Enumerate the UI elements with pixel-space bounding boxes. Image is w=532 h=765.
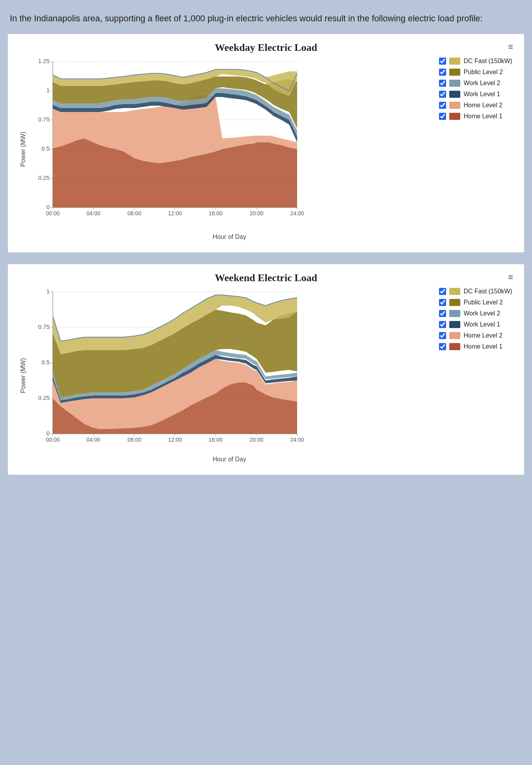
svg-text:0.75: 0.75	[38, 116, 50, 123]
legend-color-home-l1	[449, 113, 460, 120]
svg-text:12:00: 12:00	[168, 437, 182, 443]
weekend-legend-checkbox-home-l1[interactable]	[439, 343, 446, 350]
svg-text:0.5: 0.5	[41, 145, 50, 152]
svg-text:1: 1	[47, 288, 50, 295]
legend-label-home-l1: Home Level 1	[463, 113, 502, 120]
svg-text:00:00: 00:00	[46, 210, 60, 216]
legend-item-dc-fast: DC Fast (150kW)	[439, 58, 512, 65]
svg-text:1.25: 1.25	[38, 58, 50, 64]
weekend-legend-checkbox-work-l1[interactable]	[439, 321, 446, 328]
weekend-legend-checkbox-public-l2[interactable]	[439, 299, 446, 306]
weekend-legend: DC Fast (150kW) Public Level 2 Work Leve…	[439, 288, 512, 350]
weekend-legend-checkbox-dc-fast[interactable]	[439, 288, 446, 295]
legend-label-public-l2: Public Level 2	[463, 69, 503, 76]
svg-text:0: 0	[47, 203, 50, 210]
weekend-chart-container: Weekend Electric Load ≡ Power (MW) 0 0.2…	[8, 264, 524, 475]
weekday-legend: DC Fast (150kW) Public Level 2 Work Leve…	[439, 58, 512, 120]
intro-text: In the Indianapolis area, supporting a f…	[8, 8, 524, 27]
svg-text:16:00: 16:00	[208, 437, 222, 443]
svg-text:0.5: 0.5	[41, 359, 50, 366]
weekend-legend-item-home-l2: Home Level 2	[439, 332, 512, 339]
weekend-legend-item-public-l2: Public Level 2	[439, 299, 512, 306]
weekend-legend-item-work-l2: Work Level 2	[439, 310, 512, 317]
weekend-legend-label-dc-fast: DC Fast (150kW)	[463, 288, 512, 295]
svg-text:24:00: 24:00	[290, 437, 304, 443]
svg-text:08:00: 08:00	[127, 437, 141, 443]
weekend-legend-color-home-l2	[449, 332, 460, 339]
weekend-legend-color-dc-fast	[449, 288, 460, 295]
svg-text:04:00: 04:00	[86, 437, 100, 443]
weekend-y-axis-label: Power (MW)	[20, 358, 27, 393]
legend-checkbox-home-l1[interactable]	[439, 113, 446, 120]
legend-label-work-l2: Work Level 2	[463, 80, 500, 87]
weekday-svg: 0 0.25 0.5 0.75 1 1.25 00:00 04:00 08:00…	[29, 58, 352, 231]
weekend-legend-label-public-l2: Public Level 2	[463, 299, 503, 306]
legend-color-work-l1	[449, 91, 460, 98]
weekday-x-axis-label: Hour of Day	[29, 233, 430, 241]
weekend-legend-label-home-l1: Home Level 1	[463, 343, 502, 350]
weekend-legend-item-work-l1: Work Level 1	[439, 321, 512, 328]
weekend-legend-label-home-l2: Home Level 2	[463, 332, 502, 339]
legend-item-public-l2: Public Level 2	[439, 69, 512, 76]
weekday-chart-area: Power (MW) 0 0.25 0.5	[20, 58, 512, 241]
weekday-chart-title: Weekday Electric Load	[20, 42, 512, 54]
weekend-legend-color-work-l2	[449, 310, 460, 317]
legend-color-home-l2	[449, 102, 460, 109]
legend-item-home-l1: Home Level 1	[439, 113, 512, 120]
weekday-chart-inner: 0 0.25 0.5 0.75 1 1.25 00:00 04:00 08:00…	[29, 58, 430, 241]
legend-checkbox-home-l2[interactable]	[439, 102, 446, 109]
legend-color-public-l2	[449, 69, 460, 76]
legend-label-dc-fast: DC Fast (150kW)	[463, 58, 512, 65]
legend-label-home-l2: Home Level 2	[463, 102, 502, 109]
legend-checkbox-work-l2[interactable]	[439, 80, 446, 87]
weekend-x-axis-label: Hour of Day	[29, 456, 430, 463]
legend-label-work-l1: Work Level 1	[463, 91, 500, 98]
svg-text:12:00: 12:00	[168, 210, 182, 216]
weekend-legend-item-home-l1: Home Level 1	[439, 343, 512, 350]
legend-checkbox-dc-fast[interactable]	[439, 58, 446, 65]
svg-text:08:00: 08:00	[127, 210, 141, 216]
legend-item-work-l1: Work Level 1	[439, 91, 512, 98]
weekend-legend-label-work-l1: Work Level 1	[463, 321, 500, 328]
legend-color-work-l2	[449, 80, 460, 87]
svg-text:16:00: 16:00	[208, 210, 222, 216]
svg-text:0.25: 0.25	[38, 174, 50, 181]
legend-checkbox-public-l2[interactable]	[439, 69, 446, 76]
svg-text:20:00: 20:00	[249, 437, 263, 443]
weekday-y-axis-label: Power (MW)	[20, 132, 27, 167]
svg-text:1: 1	[47, 87, 50, 93]
weekend-legend-checkbox-work-l2[interactable]	[439, 310, 446, 317]
legend-color-dc-fast	[449, 58, 460, 65]
weekend-legend-checkbox-home-l2[interactable]	[439, 332, 446, 339]
weekend-chart-inner: 0 0.25 0.5 0.75 1 00:00 04:00 08:00 12:0…	[29, 288, 430, 463]
weekend-menu-icon[interactable]: ≡	[508, 273, 513, 282]
svg-text:24:00: 24:00	[290, 210, 304, 216]
svg-text:04:00: 04:00	[86, 210, 100, 216]
svg-text:00:00: 00:00	[46, 437, 60, 443]
svg-text:20:00: 20:00	[249, 210, 263, 216]
weekend-chart-title: Weekend Electric Load	[20, 272, 512, 284]
weekend-svg: 0 0.25 0.5 0.75 1 00:00 04:00 08:00 12:0…	[29, 288, 352, 453]
weekend-legend-item-dc-fast: DC Fast (150kW)	[439, 288, 512, 295]
weekend-chart-area: Power (MW) 0 0.25 0.5 0.75 1	[20, 288, 512, 463]
weekday-chart-container: Weekday Electric Load ≡ Power (MW) 0	[8, 34, 524, 252]
svg-text:0: 0	[47, 430, 50, 437]
svg-text:0.75: 0.75	[38, 323, 50, 330]
weekend-legend-color-public-l2	[449, 299, 460, 306]
weekend-legend-label-work-l2: Work Level 2	[463, 310, 500, 317]
legend-item-home-l2: Home Level 2	[439, 102, 512, 109]
legend-checkbox-work-l1[interactable]	[439, 91, 446, 98]
legend-item-work-l2: Work Level 2	[439, 80, 512, 87]
weekend-legend-color-work-l1	[449, 321, 460, 328]
weekend-legend-color-home-l1	[449, 343, 460, 350]
weekday-menu-icon[interactable]: ≡	[508, 43, 513, 51]
svg-text:0.25: 0.25	[38, 394, 50, 401]
